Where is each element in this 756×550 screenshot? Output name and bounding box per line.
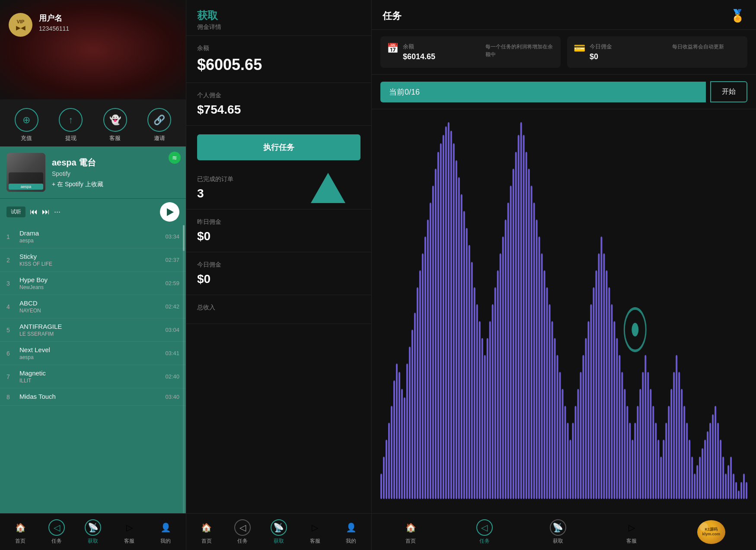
nav3-tasks[interactable]: ◁ 任务 xyxy=(476,519,493,545)
action-invite[interactable]: 🔗 邀请 xyxy=(147,108,171,142)
svg-rect-126 xyxy=(707,431,708,499)
support-label: 客服 xyxy=(109,134,121,142)
commission-card-left: 今日佣金 $0 xyxy=(590,43,659,61)
svg-rect-28 xyxy=(453,143,455,499)
svg-rect-51 xyxy=(513,169,514,499)
svg-rect-94 xyxy=(624,389,625,499)
nav2-tasks[interactable]: ◁ 任务 xyxy=(234,519,251,545)
next-icon[interactable]: ⏭ xyxy=(42,207,50,216)
play-triangle-icon xyxy=(167,208,174,216)
svg-rect-44 xyxy=(494,287,496,499)
balance-card-value: $6014.65 xyxy=(403,52,472,61)
start-button[interactable]: 开始 xyxy=(710,81,747,102)
svg-rect-113 xyxy=(673,372,675,499)
nav3-home-label: 首页 xyxy=(405,537,416,545)
nav2-tasks-label: 任务 xyxy=(237,537,248,545)
svg-rect-50 xyxy=(510,186,512,499)
spotify-card: aespa aespa 電台 Spotify + 在 Spotify 上收藏 ≋ xyxy=(0,146,186,198)
svg-rect-24 xyxy=(443,135,444,499)
svg-rect-106 xyxy=(655,423,657,499)
nav2-profile[interactable]: 👤 我的 xyxy=(343,519,359,545)
play-button[interactable] xyxy=(160,202,179,222)
more-icon[interactable]: ··· xyxy=(54,207,61,216)
support-icon: 👻 xyxy=(103,108,127,132)
withdraw-icon: ↑ xyxy=(59,108,83,132)
scroll-thumb[interactable] xyxy=(183,225,185,251)
nav-acquire[interactable]: 📡 获取 xyxy=(85,519,101,545)
svg-rect-21 xyxy=(435,169,437,499)
spotify-save-link[interactable]: + 在 Spotify 上收藏 xyxy=(52,181,179,188)
today-label: 今日佣金 xyxy=(197,261,360,269)
nav2-acquire-label: 获取 xyxy=(274,537,284,545)
svg-rect-122 xyxy=(696,465,698,499)
nav2-service-label: 客服 xyxy=(310,537,320,545)
nav-profile[interactable]: 👤 我的 xyxy=(157,519,174,545)
svg-rect-66 xyxy=(552,321,553,499)
svg-rect-42 xyxy=(489,321,491,499)
scrollbar[interactable] xyxy=(183,225,185,513)
svg-rect-120 xyxy=(691,457,693,499)
action-recharge[interactable]: ⊕ 充值 xyxy=(15,108,38,142)
execute-button[interactable]: 执行任务 xyxy=(197,134,360,160)
nav3-acquire[interactable]: 📡 获取 xyxy=(550,519,566,545)
triangle-decoration xyxy=(311,173,345,203)
nav-service[interactable]: ▷ 客服 xyxy=(121,519,137,545)
svg-rect-22 xyxy=(437,152,439,499)
action-withdraw[interactable]: ↑ 提现 xyxy=(59,108,83,142)
track-item[interactable]: 7 Magnetic ILLIT 02:40 xyxy=(0,365,186,388)
track-list: 1 Drama aespa 03:34 2 Sticky KISS OF LIF… xyxy=(0,225,186,513)
nav2-service[interactable]: ▷ 客服 xyxy=(307,519,323,545)
album-label: aespa xyxy=(9,184,43,190)
svg-rect-95 xyxy=(626,406,628,499)
music-hero: VIP ▶◀ 用户名 123456111 xyxy=(0,0,186,99)
nav3-service[interactable]: ▷ 客服 xyxy=(623,519,640,545)
balance-card-desc: 每一个任务的利润将增加在余额中 xyxy=(485,43,555,58)
svg-rect-82 xyxy=(593,287,594,499)
svg-rect-123 xyxy=(699,457,701,499)
track-item[interactable]: 6 Next Level aespa 03:41 xyxy=(0,342,186,365)
panel-finance: 获取 佣金详情 余额 $6005.65 个人佣金 $754.65 执行任务 已完… xyxy=(186,0,372,550)
track-item[interactable]: 1 Drama aespa 03:34 xyxy=(0,225,186,248)
station-name: aespa 電台 xyxy=(52,157,179,168)
svg-rect-4 xyxy=(391,406,392,499)
nav2-home[interactable]: 🏠 首页 xyxy=(198,519,215,545)
service-icon: ▷ xyxy=(121,519,137,536)
svg-rect-108 xyxy=(660,457,662,499)
svg-rect-41 xyxy=(487,338,488,499)
svg-rect-45 xyxy=(497,270,499,499)
commission-card-value: $0 xyxy=(590,52,659,61)
nav-home[interactable]: 🏠 首页 xyxy=(12,519,29,545)
trophy-icon: 🏅 xyxy=(730,9,745,23)
svg-rect-39 xyxy=(482,338,483,499)
svg-rect-111 xyxy=(668,406,670,499)
action-support[interactable]: 👻 客服 xyxy=(103,108,127,142)
track-item[interactable]: 2 Sticky KISS OF LIFE 02:37 xyxy=(0,248,186,272)
recharge-label: 充值 xyxy=(21,134,32,142)
svg-rect-70 xyxy=(562,389,564,499)
svg-rect-92 xyxy=(619,355,620,499)
nav-profile-label: 我的 xyxy=(160,537,171,545)
save-label: + 在 Spotify 上收藏 xyxy=(52,181,103,188)
prev-icon[interactable]: ⏮ xyxy=(30,207,38,216)
nav3-profile[interactable]: K1源码klym.com xyxy=(697,520,725,544)
track-item[interactable]: 8 Midas Touch 03:40 xyxy=(0,388,186,406)
svg-rect-5 xyxy=(393,381,395,499)
nav3-home[interactable]: 🏠 首页 xyxy=(402,519,419,545)
preview-button[interactable]: 试听 xyxy=(6,207,26,217)
withdraw-label: 提现 xyxy=(65,134,77,142)
track-item[interactable]: 4 ABCD NAYEON 02:42 xyxy=(0,295,186,318)
svg-rect-104 xyxy=(650,389,651,499)
svg-rect-67 xyxy=(554,338,556,499)
nav2-acquire[interactable]: 📡 获取 xyxy=(271,519,287,545)
svg-rect-117 xyxy=(683,406,685,499)
track-item[interactable]: 5 ANTIFRAGILE LE SSERAFIM 03:04 xyxy=(0,318,186,342)
card2-icon: 💳 xyxy=(574,43,585,54)
watermark-logo: K1源码klym.com xyxy=(697,520,725,544)
svg-rect-74 xyxy=(572,423,574,499)
tasks2-icon: ◁ xyxy=(234,519,251,536)
svg-rect-139 xyxy=(740,482,742,499)
track-item[interactable]: 3 Hype Boy NewJeans 02:59 xyxy=(0,272,186,295)
svg-rect-101 xyxy=(642,372,644,499)
nav-tasks[interactable]: ◁ 任务 xyxy=(48,519,65,545)
svg-rect-19 xyxy=(430,203,431,499)
